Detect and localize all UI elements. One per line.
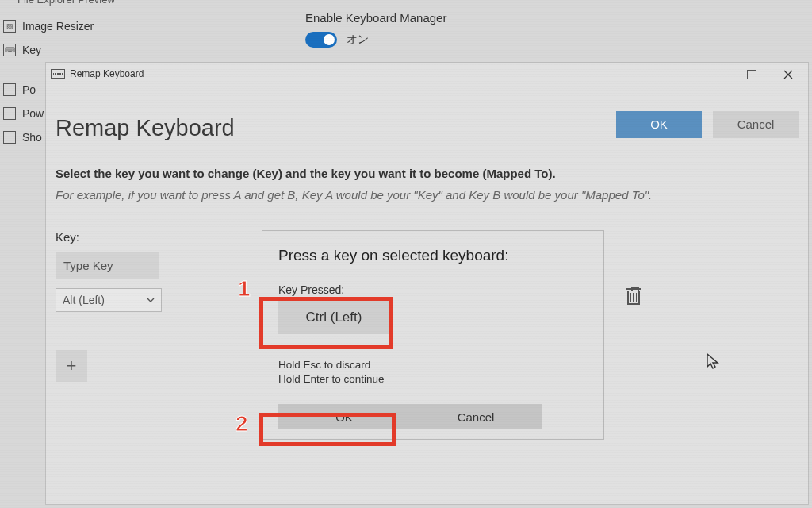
selected-key-value: Alt (Left) <box>63 294 105 306</box>
capture-ok-button[interactable]: OK <box>278 404 410 429</box>
chevron-down-icon <box>147 296 155 304</box>
sidebar-item-label: Pow <box>22 107 44 120</box>
window-maximize-button[interactable] <box>733 64 770 85</box>
key-column-label: Key: <box>56 230 214 244</box>
toggle-state-label: オン <box>347 33 369 47</box>
window-close-button[interactable] <box>770 64 806 85</box>
sidebar-item-keyboard[interactable]: ⌨ Key <box>0 38 151 62</box>
type-key-button[interactable]: Type Key <box>56 252 159 279</box>
capture-hint: Hold Esc to discard Hold Enter to contin… <box>278 358 588 387</box>
capture-cancel-button[interactable]: Cancel <box>410 404 542 429</box>
setting-title: Enable Keyboard Manager <box>305 11 446 25</box>
power-icon <box>3 83 16 96</box>
hint-discard: Hold Esc to discard <box>278 358 588 372</box>
instruction-text: Select the key you want to change (Key) … <box>56 167 799 180</box>
ok-button[interactable]: OK <box>616 111 702 138</box>
key-pressed-value: Ctrl (Left) <box>278 301 389 334</box>
sidebar-item-label: Sho <box>22 131 42 144</box>
titlebar: Remap Keyboard <box>46 63 808 85</box>
key-capture-dialog: Press a key on selected keyboard: Key Pr… <box>262 230 604 440</box>
remap-keyboard-window: Remap Keyboard Remap Keyboard OK Cancel … <box>45 62 809 505</box>
example-text: For example, if you want to press A and … <box>56 188 799 202</box>
bg-sidebar-item-file-explorer: File Explorer Preview <box>0 0 311 13</box>
sidebar-item-label: Key <box>22 44 41 56</box>
keyboard-icon <box>51 69 65 79</box>
window-minimize-button[interactable] <box>697 64 733 85</box>
power-icon <box>3 107 16 120</box>
sidebar-item-image-resizer[interactable]: ▧ Image Resizer <box>0 14 151 38</box>
enable-keyboard-manager-toggle[interactable] <box>305 32 337 48</box>
page-heading: Remap Keyboard <box>56 115 235 141</box>
cancel-button[interactable]: Cancel <box>713 111 799 138</box>
keyboard-icon: ⌨ <box>3 44 16 56</box>
sidebar-item-label: Po <box>22 83 36 96</box>
key-pressed-label: Key Pressed: <box>278 283 588 296</box>
sidebar-item-label: Image Resizer <box>22 20 94 33</box>
window-title: Remap Keyboard <box>70 68 144 79</box>
capture-title: Press a key on selected keyboard: <box>278 247 588 264</box>
original-key-select[interactable]: Alt (Left) <box>56 288 162 312</box>
image-icon: ▧ <box>3 20 16 33</box>
delete-icon[interactable] <box>626 288 641 306</box>
annotation-number-1: 1 <box>238 276 251 302</box>
hint-continue: Hold Enter to continue <box>278 372 588 387</box>
add-mapping-button[interactable]: + <box>56 350 87 382</box>
shortcut-icon <box>3 131 16 144</box>
annotation-number-2: 2 <box>236 411 248 437</box>
